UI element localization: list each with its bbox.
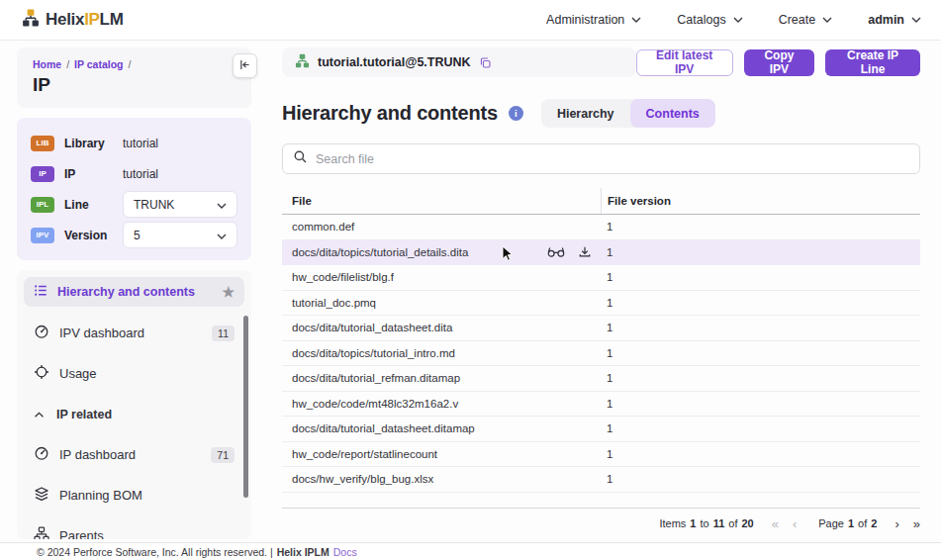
view-tabs: Hierarchy Contents bbox=[541, 99, 715, 128]
breadcrumb-separator: / bbox=[129, 58, 132, 70]
search-input[interactable] bbox=[316, 152, 909, 166]
chevron-up-icon bbox=[34, 408, 45, 421]
view-file-glasses-icon[interactable] bbox=[547, 245, 565, 258]
ip-badge: IP bbox=[31, 166, 54, 182]
menu-create[interactable]: Create bbox=[779, 13, 833, 27]
version-row: IPV Version 5 bbox=[31, 222, 237, 248]
ipv-chip-label: tutorial.tutorial@5.TRUNK bbox=[318, 55, 471, 69]
copy-icon[interactable] bbox=[479, 56, 492, 69]
table-row[interactable]: hw_code/report/statlinecount 1 bbox=[282, 442, 920, 468]
docs-link[interactable]: Docs bbox=[333, 546, 357, 558]
table-row[interactable]: docs/dita/tutorial_refman.ditamap 1 bbox=[282, 366, 920, 392]
sidebar-item-ipv-dashboard[interactable]: IPV dashboard 11 bbox=[24, 313, 244, 353]
gauge-icon bbox=[34, 445, 49, 464]
copy-ipv-button[interactable]: Copy IPV bbox=[744, 49, 814, 76]
search-icon bbox=[293, 149, 308, 168]
sidebar-item-ip-dashboard[interactable]: IP dashboard 71 bbox=[24, 434, 244, 475]
breadcrumb-separator: / bbox=[66, 58, 69, 70]
table-row[interactable]: hw_code/code/mt48lc32m16a2.v 1 bbox=[282, 392, 920, 418]
ip-info-card: LIB Library tutorial IP IP tutorial IPL … bbox=[17, 118, 251, 260]
sidebar-nav: Hierarchy and contents ★ IPV dashboard 1… bbox=[17, 270, 251, 539]
table-row[interactable]: tutorial_doc.pmq 1 bbox=[282, 291, 920, 317]
ipv-chip: tutorial.tutorial@5.TRUNK bbox=[282, 47, 636, 77]
layers-icon bbox=[34, 486, 49, 505]
org-chart-icon bbox=[34, 526, 49, 539]
line-select[interactable]: TRUNK bbox=[123, 191, 237, 218]
sidebar-scrollbar-thumb[interactable] bbox=[243, 316, 248, 498]
table-row[interactable]: common.def 1 bbox=[282, 215, 920, 240]
chevron-down-icon bbox=[822, 17, 832, 23]
chevron-down-icon bbox=[217, 198, 227, 212]
sidebar-item-hierarchy-and-contents[interactable]: Hierarchy and contents ★ bbox=[24, 277, 244, 307]
table-row[interactable]: docs/dita/tutorial_datasheet.ditamap 1 bbox=[282, 417, 920, 442]
main-content: tutorial.tutorial@5.TRUNK Edit latest IP… bbox=[282, 47, 920, 530]
pagination-bar: Items 1 to 11 of 20 « ‹ Page 1 of 2 › » bbox=[282, 508, 920, 530]
table-row-hovered[interactable]: docs/dita/topics/tutorial_details.dita 1 bbox=[282, 240, 920, 266]
download-icon[interactable] bbox=[578, 245, 592, 259]
column-header-file-version: File version bbox=[601, 188, 920, 214]
breadcrumb-home-link[interactable]: Home bbox=[33, 58, 61, 70]
sidebar-item-usage[interactable]: Usage bbox=[24, 353, 244, 394]
page-title: IP bbox=[33, 74, 235, 96]
chevron-down-icon bbox=[217, 229, 227, 242]
menu-user-admin[interactable]: admin bbox=[868, 13, 921, 27]
collapse-sidebar-button[interactable] bbox=[233, 53, 257, 78]
ipv-header-row: tutorial.tutorial@5.TRUNK Edit latest IP… bbox=[282, 47, 920, 77]
target-icon bbox=[34, 364, 49, 383]
count-badge: 11 bbox=[212, 326, 235, 341]
previous-page-button: ‹ bbox=[793, 517, 797, 530]
table-header: File File version bbox=[282, 188, 920, 215]
sidebar-item-parents[interactable]: Parents bbox=[24, 515, 244, 539]
line-row: IPL Line TRUNK bbox=[31, 191, 237, 218]
table-row[interactable]: docs/dita/topics/tutorial_intro.md 1 bbox=[282, 341, 920, 367]
action-buttons: Edit latest IPV Copy IPV Create IP Line bbox=[636, 49, 920, 76]
favorite-star-icon[interactable]: ★ bbox=[222, 285, 235, 299]
library-row: LIB Library tutorial bbox=[31, 130, 237, 156]
file-search-bar bbox=[282, 143, 920, 174]
helix-iplm-logo[interactable]: HelixIPLM bbox=[22, 9, 124, 31]
breadcrumb: Home / IP catalog / bbox=[33, 58, 235, 70]
brand-name: HelixIPLM bbox=[46, 10, 124, 30]
breadcrumb-card: Home / IP catalog / IP bbox=[17, 47, 251, 108]
version-select[interactable]: 5 bbox=[123, 222, 237, 248]
table-row[interactable]: docs/dita/tutorial_datasheet.dita 1 bbox=[282, 316, 920, 341]
edit-latest-ipv-button[interactable]: Edit latest IPV bbox=[636, 49, 733, 76]
tab-hierarchy[interactable]: Hierarchy bbox=[541, 99, 630, 128]
footer: © 2024 Perforce Software, Inc. All right… bbox=[0, 542, 941, 560]
contents-table: File File version common.def 1 docs/dita… bbox=[282, 188, 920, 493]
row-actions bbox=[547, 240, 592, 265]
lib-badge: LIB bbox=[31, 136, 54, 151]
chevron-down-icon bbox=[733, 17, 743, 23]
top-menu: Administration Catalogs Create admin bbox=[546, 13, 921, 27]
top-bar: HelixIPLM Administration Catalogs Create… bbox=[0, 0, 941, 41]
footer-brand: Helix IPLM bbox=[277, 546, 329, 558]
org-chart-logo-icon bbox=[22, 9, 40, 31]
sidebar: Home / IP catalog / IP LIB Library tutor… bbox=[17, 47, 251, 539]
copyright-text: © 2024 Perforce Software, Inc. All right… bbox=[37, 546, 273, 558]
section-title: Hierarchy and contents bbox=[282, 102, 498, 125]
last-page-button[interactable]: » bbox=[913, 517, 920, 530]
app-window: HelixIPLM Administration Catalogs Create… bbox=[0, 0, 941, 560]
list-icon bbox=[34, 283, 48, 301]
breadcrumb-ip-catalog-link[interactable]: IP catalog bbox=[74, 58, 123, 70]
ipl-badge: IPL bbox=[31, 197, 54, 213]
ip-row: IP IP tutorial bbox=[31, 160, 237, 187]
gauge-icon bbox=[34, 324, 49, 342]
table-row[interactable]: docs/hw_verify/blg_bug.xlsx 1 bbox=[282, 467, 920, 493]
section-title-row: Hierarchy and contents i Hierarchy Conte… bbox=[282, 99, 920, 128]
sidebar-section-ip-related[interactable]: IP related bbox=[24, 394, 244, 434]
menu-administration[interactable]: Administration bbox=[546, 13, 641, 27]
next-page-button[interactable]: › bbox=[894, 517, 898, 530]
collapse-left-icon bbox=[238, 57, 251, 75]
tab-contents[interactable]: Contents bbox=[630, 99, 715, 128]
info-icon[interactable]: i bbox=[509, 106, 523, 121]
menu-catalogs[interactable]: Catalogs bbox=[677, 13, 742, 27]
column-header-file: File bbox=[282, 188, 601, 214]
table-row[interactable]: hw_code/filelist/blg.f 1 bbox=[282, 265, 920, 291]
count-badge: 71 bbox=[211, 447, 235, 463]
org-chart-green-icon bbox=[295, 53, 310, 71]
chevron-down-icon bbox=[631, 17, 641, 23]
sidebar-item-planning-bom[interactable]: Planning BOM bbox=[24, 475, 244, 515]
ipv-badge: IPV bbox=[31, 228, 54, 243]
create-ip-line-button[interactable]: Create IP Line bbox=[825, 49, 920, 76]
